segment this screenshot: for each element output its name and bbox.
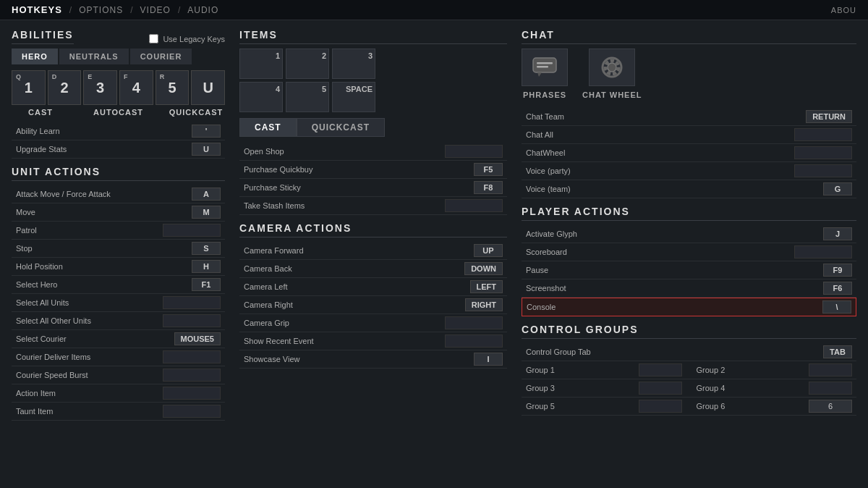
upgrade-stats-key[interactable]: U <box>192 143 221 156</box>
nav-hotkeys[interactable]: HOTKEYS <box>12 4 62 15</box>
tab-courier[interactable]: COURIER <box>130 49 192 64</box>
unit-action-key-12[interactable] <box>163 405 221 418</box>
sep1: / <box>69 5 72 15</box>
tab-neutrals[interactable]: NEUTRALS <box>59 49 129 64</box>
group-key-2-2[interactable]: 6 <box>809 400 852 413</box>
camera-key-1[interactable]: DOWN <box>464 262 503 275</box>
unit-action-key-1[interactable]: M <box>192 206 221 219</box>
unit-actions-section: UNIT ACTIONS Attack Move / Force AttackA… <box>12 166 225 421</box>
camera-row-2: Camera LeftLEFT <box>239 278 507 296</box>
ability-key-1[interactable]: Q 1 <box>12 70 46 105</box>
unit-action-key-2[interactable] <box>163 224 221 237</box>
player-key-0[interactable]: J <box>823 227 852 240</box>
nav-video[interactable]: VIDEO <box>140 5 171 15</box>
group-key-0-1[interactable] <box>639 363 682 376</box>
item-slot-5[interactable]: 5 <box>286 82 329 112</box>
camera-label-5: Show Recent Event <box>244 337 314 345</box>
item-slot-space[interactable]: SPACE <box>332 82 375 112</box>
nav-audio[interactable]: AUDIO <box>187 5 218 15</box>
ability-learn-key[interactable]: ' <box>192 125 221 138</box>
ability-key-u[interactable]: U <box>191 70 225 105</box>
unit-actions-title: UNIT ACTIONS <box>12 166 225 181</box>
unit-action-row-4: Hold PositionH <box>12 258 225 276</box>
item-slot-2[interactable]: 2 <box>286 49 329 79</box>
camera-key-0[interactable]: UP <box>474 244 503 257</box>
items-cast-btn[interactable]: CAST <box>239 118 297 137</box>
chat-key-4[interactable]: G <box>823 182 852 195</box>
camera-actions-section: CAMERA ACTIONS Camera ForwardUPCamera Ba… <box>239 222 507 369</box>
camera-key-6[interactable]: I <box>474 353 503 366</box>
unit-action-label-2: Patrol <box>16 226 37 235</box>
unit-action-label-0: Attack Move / Force Attack <box>16 190 111 198</box>
unit-action-key-6[interactable] <box>163 296 221 309</box>
chat-row-3: Voice (party) <box>522 162 856 180</box>
player-key-2[interactable]: F9 <box>823 264 852 277</box>
player-key-4[interactable]: \ <box>822 300 851 314</box>
player-key-3[interactable]: F6 <box>823 282 852 295</box>
ability-key-5[interactable]: R 5 <box>156 70 190 105</box>
unit-action-key-11[interactable] <box>163 387 221 400</box>
items-section: ITEMS 1 2 3 4 5 SPACE CAST QUICKCAST Ope… <box>239 29 507 215</box>
chat-key-2[interactable] <box>794 146 852 159</box>
upgrade-stats-label: Upgrade Stats <box>16 145 67 153</box>
chat-icons: PHRASES CHAT WHEEL <box>522 49 856 99</box>
unit-action-key-0[interactable]: A <box>192 188 221 201</box>
item-key-1[interactable]: F5 <box>474 163 503 176</box>
unit-action-row-3: StopS <box>12 240 225 258</box>
group-key-1-2[interactable] <box>809 382 852 395</box>
group-label-0-2: Group 2 <box>697 366 804 374</box>
legacy-check-label[interactable]: Use Legacy Keys <box>149 34 225 43</box>
nav-options[interactable]: OPTIONS <box>79 5 123 15</box>
items-grid: 1 2 3 4 5 SPACE <box>239 49 507 112</box>
unit-action-key-3[interactable]: S <box>192 242 221 255</box>
camera-key-2[interactable]: LEFT <box>470 280 503 293</box>
item-key-0[interactable] <box>445 145 503 158</box>
phrases-icon[interactable] <box>522 49 568 86</box>
tab-hero[interactable]: HERO <box>12 49 58 64</box>
unit-action-key-10[interactable] <box>163 369 221 382</box>
items-row-2: 4 5 SPACE <box>239 82 507 112</box>
group-key-1-1[interactable] <box>639 382 682 395</box>
top-nav: HOTKEYS / OPTIONS / VIDEO / AUDIO ABOU <box>0 0 868 20</box>
unit-action-row-6: Select All Units <box>12 294 225 312</box>
chat-key-1[interactable] <box>794 128 852 141</box>
group-key-0-2[interactable] <box>809 363 852 376</box>
chat-key-3[interactable] <box>794 164 852 177</box>
phrases-icon-box: PHRASES <box>522 49 568 99</box>
group-key-2-1[interactable] <box>639 400 682 413</box>
chat-row-4: Voice (team)G <box>522 180 856 198</box>
control-group-tab-key[interactable]: TAB <box>823 345 852 358</box>
camera-key-5[interactable] <box>445 335 503 348</box>
item-slot-1[interactable]: 1 <box>239 49 283 79</box>
ability-key-2[interactable]: D 2 <box>48 70 82 105</box>
camera-key-4[interactable] <box>445 316 503 329</box>
unit-action-key-4[interactable]: H <box>192 260 221 273</box>
unit-action-label-4: Hold Position <box>16 262 63 271</box>
unit-action-row-12: Taunt Item <box>12 403 225 421</box>
camera-row-3: Camera RightRIGHT <box>239 296 507 314</box>
unit-action-key-7[interactable] <box>163 314 221 327</box>
items-row-1: 1 2 3 <box>239 49 507 79</box>
items-quickcast-btn[interactable]: QUICKCAST <box>297 118 385 137</box>
legacy-check-input[interactable] <box>149 34 158 43</box>
unit-action-key-8[interactable]: MOUSE5 <box>174 332 221 345</box>
player-key-1[interactable] <box>794 245 852 258</box>
camera-label-1: Camera Back <box>244 264 292 273</box>
unit-action-key-5[interactable]: F1 <box>192 278 221 291</box>
ability-key-4[interactable]: F 4 <box>119 70 153 105</box>
nav-about[interactable]: ABOU <box>831 6 856 14</box>
item-label-1: Purchase Quickbuy <box>244 165 312 174</box>
item-slot-3[interactable]: 3 <box>332 49 375 79</box>
player-rows: Activate GlyphJScoreboardPauseF9Screensh… <box>522 225 856 316</box>
ability-key-3[interactable]: E 3 <box>83 70 117 105</box>
chat-key-0[interactable]: RETURN <box>806 110 852 123</box>
item-key-2[interactable]: F8 <box>474 181 503 194</box>
item-key-3[interactable] <box>445 199 503 212</box>
chatwheel-icon[interactable] <box>589 49 635 86</box>
unit-action-row-2: Patrol <box>12 222 225 240</box>
item-row-0: Open Shop <box>239 143 507 161</box>
ability-keys-row: Q 1 D 2 E 3 F 4 R 5 <box>12 70 225 105</box>
unit-action-key-9[interactable] <box>163 350 221 363</box>
camera-key-3[interactable]: RIGHT <box>465 298 503 311</box>
item-slot-4[interactable]: 4 <box>239 82 283 112</box>
